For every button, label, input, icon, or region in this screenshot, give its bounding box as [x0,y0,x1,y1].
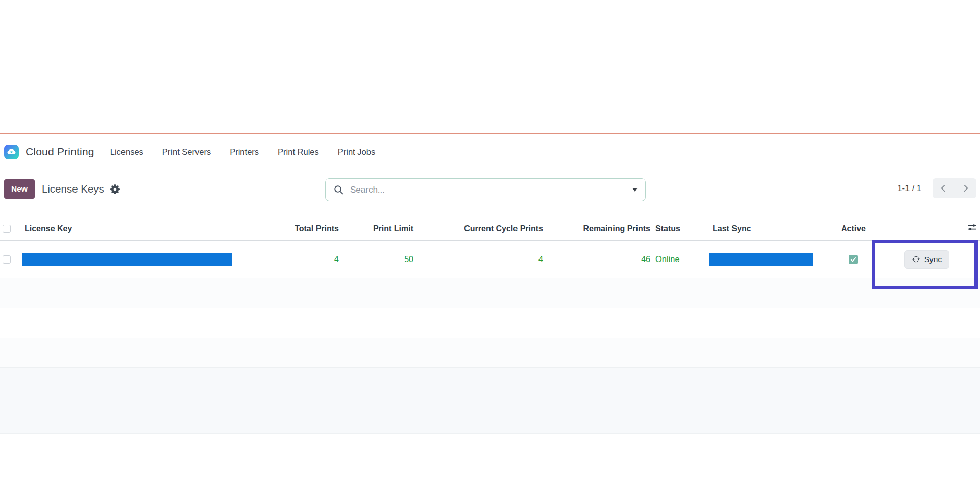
chevron-left-icon [940,184,947,192]
total-prints-cell[interactable]: 4 [236,255,340,264]
chevron-right-icon [962,184,969,192]
status-badge: Online [655,254,680,264]
menu-item-print-servers[interactable]: Print Servers [162,147,211,157]
cloud-printing-app-icon[interactable] [4,145,19,159]
column-header-current-cycle-prints[interactable]: Current Cycle Prints [414,224,544,233]
license-keys-list: License Key Total Prints Print Limit Cur… [0,217,980,434]
search-icon [326,185,349,195]
column-header-status[interactable]: Status [651,224,705,233]
sync-button-label: Sync [924,255,942,264]
refresh-icon [912,255,920,263]
menu-item-print-rules[interactable]: Print Rules [278,147,319,157]
select-all-checkbox[interactable] [3,225,11,233]
new-button[interactable]: New [4,179,35,199]
search-dropdown-toggle[interactable] [624,179,645,201]
control-bar-left: New License Keys [4,179,120,199]
column-header-last-sync[interactable]: Last Sync [705,224,833,233]
pager-previous-button[interactable] [933,178,954,198]
app-title[interactable]: Cloud Printing [26,146,94,158]
menu-item-print-jobs[interactable]: Print Jobs [338,147,375,157]
remaining-prints-cell[interactable]: 46 [544,255,651,264]
column-header-active[interactable]: Active [833,224,874,233]
license-key-cell[interactable] [19,253,236,266]
license-key-redaction-bar [22,253,232,266]
menu-item-licenses[interactable]: Licenses [110,147,143,157]
sync-button[interactable]: Sync [904,250,949,269]
search-bar[interactable] [325,178,646,201]
pager-buttons [933,178,976,198]
checkmark-icon [850,256,856,263]
empty-row [0,308,980,338]
print-limit-cell[interactable]: 50 [340,255,414,264]
current-cycle-prints-cell[interactable]: 4 [414,255,544,264]
sync-button-cell: Sync [874,250,980,269]
status-cell[interactable]: Online [651,254,705,264]
last-sync-cell[interactable] [705,253,833,266]
gear-icon [110,184,120,194]
control-bar-right: 1-1 / 1 [897,178,976,198]
app-brand[interactable]: Cloud Printing [4,145,94,159]
column-header-remaining-prints[interactable]: Remaining Prints [544,224,651,233]
table-footer-area [0,368,980,434]
main-menu: Licenses Print Servers Printers Print Ru… [110,147,375,157]
app-window: Cloud Printing Licenses Print Servers Pr… [0,134,980,431]
control-bar: New License Keys [0,176,980,202]
table-header-row: License Key Total Prints Print Limit Cur… [0,217,980,241]
row-checkbox[interactable] [3,255,11,264]
column-header-total-prints[interactable]: Total Prints [236,224,340,233]
pager-range: 1-1 / 1 [897,183,921,193]
sliders-icon [967,223,977,232]
page: Cloud Printing Licenses Print Servers Pr… [0,0,980,496]
table-row[interactable]: 4 50 4 46 Online [0,241,980,278]
last-sync-redaction-bar [709,253,813,266]
view-title: License Keys [42,183,104,195]
caret-down-icon [632,188,638,192]
active-cell [833,255,874,264]
main-navbar: Cloud Printing Licenses Print Servers Pr… [0,134,980,169]
menu-item-printers[interactable]: Printers [230,147,259,157]
column-header-print-limit[interactable]: Print Limit [340,224,414,233]
view-settings-button[interactable] [110,184,120,194]
active-checkbox[interactable] [849,255,858,264]
empty-row [0,278,980,308]
empty-row [0,338,980,368]
optional-columns-button[interactable] [967,223,977,234]
search-input[interactable] [349,184,624,196]
column-header-license-key[interactable]: License Key [19,224,236,233]
pager-next-button[interactable] [954,178,976,198]
cloud-icon [7,148,16,156]
